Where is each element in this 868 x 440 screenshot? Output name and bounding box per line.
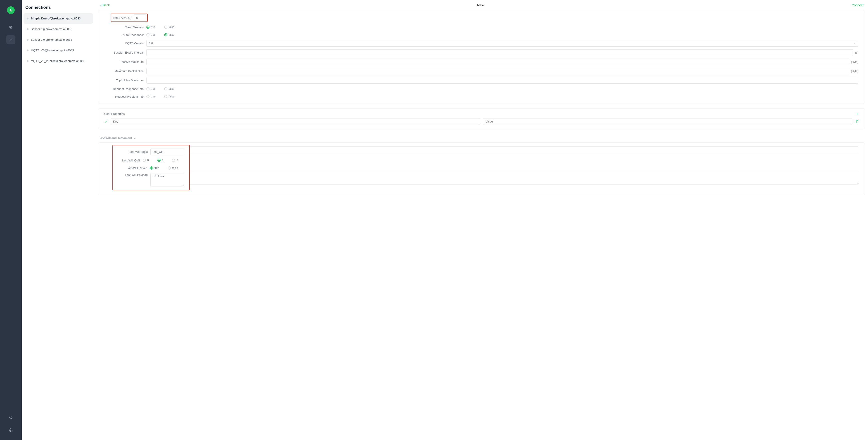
lwt-highlight: Last-Will Topic Last-Will QoS 0 1 2 (113, 145, 190, 190)
lwt-payload-input-head[interactable] (150, 173, 184, 187)
delete-user-property-button[interactable] (856, 120, 859, 123)
status-dot-icon (27, 60, 29, 62)
clean-session-true[interactable]: true (146, 26, 156, 29)
keep-alive-row: Keep Alive (s) (107, 12, 862, 23)
connection-item-label: Simple Demo@broker.emqx.io:8083 (31, 17, 81, 20)
main-panel: Back New Connect Keep Alive (s) Clean Se… (95, 0, 868, 440)
session-expiry-label: Session Expiry Interval (111, 51, 146, 54)
topic-alias-max-input[interactable] (146, 77, 858, 84)
mqtt-version-row: MQTT Version (107, 39, 862, 48)
mqtt-version-select[interactable] (146, 40, 858, 46)
req-resp-info-true[interactable]: true (146, 87, 156, 90)
mqtt-version-label: MQTT Version (111, 41, 146, 45)
max-packet-suffix: (Byte) (851, 70, 858, 73)
lwt-payload-label: Last-Will Payload (116, 173, 150, 177)
nav-rail (0, 0, 22, 440)
user-properties-card: User Properties (98, 108, 865, 129)
check-icon (104, 120, 107, 123)
rail-copy-icon[interactable] (6, 23, 16, 32)
lwt-payload-row-left: Last-Will Payload (113, 172, 187, 188)
sidebar-title: Connections (24, 4, 93, 13)
req-resp-info-label: Request Response Info (111, 87, 146, 91)
clean-session-false[interactable]: false (164, 26, 174, 29)
caret-up-icon (133, 137, 136, 139)
topic-alias-max-label: Topic Alias Maximum (111, 79, 146, 82)
connection-item-label: MQTT_V3@broker.emqx.io:8083 (31, 49, 74, 52)
session-expiry-row: Session Expiry Interval (s) (107, 48, 862, 57)
rail-info-icon[interactable] (6, 413, 16, 422)
topbar: Back New Connect (95, 0, 868, 10)
keep-alive-input[interactable] (134, 14, 146, 21)
max-packet-label: Maximum Packet Size (111, 69, 146, 73)
req-problem-info-false[interactable]: false (164, 95, 174, 98)
max-packet-row: Maximum Packet Size (Byte) (107, 66, 862, 76)
rail-settings-icon[interactable] (6, 426, 16, 435)
user-properties-title: User Properties (104, 112, 125, 116)
lwt-qos-2[interactable]: 2 (172, 159, 178, 162)
auto-reconnect-row: Auto Reconnect true false (107, 31, 862, 39)
status-dot-icon (27, 18, 29, 20)
connection-item[interactable]: Sensor 1@broker.emqx.io:8083 (24, 24, 93, 34)
lwt-retain-true[interactable]: true (150, 166, 159, 169)
receive-max-suffix: (Byte) (851, 60, 858, 64)
connection-item[interactable]: Sensor 2@broker.emqx.io:8083 (24, 34, 93, 45)
req-resp-info-row: Request Response Info true false (107, 85, 862, 93)
req-resp-info-false[interactable]: false (164, 87, 174, 90)
lwt-qos-0[interactable]: 0 (143, 159, 149, 162)
session-expiry-input[interactable] (146, 49, 853, 56)
back-label: Back (103, 3, 110, 7)
connections-sidebar: Connections Simple Demo@broker.emqx.io:8… (22, 0, 95, 440)
connection-item-label: MQTT_V3_Publish@broker.emqx.io:8083 (31, 59, 85, 63)
req-problem-info-label: Request Problem Info (111, 95, 146, 98)
user-property-row (104, 118, 859, 125)
lwt-retain-row: Last-Will Retain true false (113, 164, 187, 172)
receive-max-label: Receive Maximum (111, 60, 146, 64)
keep-alive-highlight: Keep Alive (s) (111, 13, 148, 22)
lwt-qos-label: Last-Will QoS (116, 159, 143, 162)
lwt-qos-row: Last-Will QoS 0 1 2 (113, 156, 187, 164)
clean-session-label: Clean Session (111, 26, 146, 29)
status-dot-icon (27, 50, 29, 51)
auto-reconnect-label: Auto Reconnect (111, 33, 146, 37)
lwt-body-extension (190, 145, 862, 190)
connection-item-label: Sensor 1@broker.emqx.io:8083 (31, 27, 72, 31)
back-button[interactable]: Back (99, 3, 110, 7)
lwt-toggle[interactable]: Last Will and Testament (98, 134, 136, 143)
lwt-retain-false[interactable]: false (168, 166, 178, 169)
lwt-topic-input-head[interactable] (150, 149, 184, 155)
connection-options-card: Keep Alive (s) Clean Session true false … (98, 10, 865, 104)
connection-item-label: Sensor 2@broker.emqx.io:8083 (31, 38, 72, 41)
svg-point-3 (10, 430, 11, 431)
lwt-topic-label: Last-Will Topic (116, 150, 150, 154)
add-user-property-button[interactable] (856, 113, 859, 116)
receive-max-input[interactable] (146, 59, 849, 65)
status-dot-icon (27, 28, 29, 30)
page-title: New (477, 3, 484, 7)
connection-item[interactable]: MQTT_V3@broker.emqx.io:8083 (24, 45, 93, 56)
topic-alias-max-row: Topic Alias Maximum (107, 76, 862, 85)
lwt-topic-input-tail[interactable] (190, 146, 858, 153)
connect-button[interactable]: Connect (852, 3, 864, 7)
lwt-payload-input-tail[interactable] (190, 171, 858, 185)
app-logo (7, 6, 15, 14)
keep-alive-label: Keep Alive (s) (112, 16, 134, 20)
connection-item[interactable]: MQTT_V3_Publish@broker.emqx.io:8083 (24, 56, 93, 66)
receive-max-row: Receive Maximum (Byte) (107, 57, 862, 66)
lwt-toggle-label: Last Will and Testament (99, 136, 132, 140)
auto-reconnect-true[interactable]: true (146, 33, 156, 36)
req-problem-info-row: Request Problem Info true false (107, 93, 862, 100)
user-property-value-input[interactable] (483, 118, 852, 125)
lwt-card: Last-Will Topic Last-Will QoS 0 1 2 (98, 143, 865, 195)
user-property-key-input[interactable] (111, 118, 480, 125)
lwt-qos-1[interactable]: 1 (157, 159, 163, 162)
rail-add-icon[interactable] (6, 35, 16, 44)
status-dot-icon (27, 39, 29, 41)
lwt-topic-row-left: Last-Will Topic (113, 147, 187, 156)
lwt-retain-label: Last-Will Retain (116, 166, 150, 170)
session-expiry-suffix: (s) (855, 51, 858, 54)
max-packet-input[interactable] (146, 68, 849, 74)
auto-reconnect-false[interactable]: false (164, 33, 174, 36)
connection-item[interactable]: Simple Demo@broker.emqx.io:8083 (24, 13, 93, 24)
req-problem-info-true[interactable]: true (146, 95, 156, 98)
clean-session-row: Clean Session true false (107, 23, 862, 31)
